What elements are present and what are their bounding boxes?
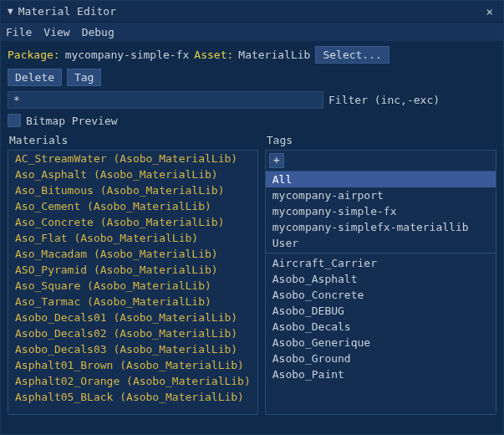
material-item[interactable]: Aso_Flat (Asobo_MaterialLib): [8, 230, 257, 246]
material-item[interactable]: Asphalt02_Orange (Asobo_MaterialLib): [8, 373, 257, 389]
filter-input[interactable]: [8, 91, 323, 109]
tag-item[interactable]: mycompany-airport: [266, 187, 496, 203]
tag-item[interactable]: Aircraft_Carrier: [266, 255, 496, 271]
tag-item[interactable]: Asobo_DEBUG: [266, 303, 496, 319]
package-row: Package: mycompany-simple-fx Asset: Mate…: [1, 41, 503, 69]
material-item[interactable]: Aso_Tarmac (Asobo_MaterialLib): [8, 294, 257, 310]
asset-value: MaterialLib: [238, 49, 310, 61]
window-title: Material Editor: [18, 5, 483, 18]
material-item[interactable]: Aso_Asphalt (Asobo_MaterialLib): [8, 166, 257, 182]
material-item[interactable]: Aso_Concrete (Asobo_MaterialLib): [8, 214, 257, 230]
package-label: Package:: [8, 49, 60, 61]
material-item[interactable]: Asobo_Decals01 (Asobo_MaterialLib): [8, 310, 257, 325]
tag-item[interactable]: Asobo_Decals: [266, 319, 496, 335]
tag-item[interactable]: mycompany-simplefx-materiallib: [266, 219, 496, 235]
filter-label: Filter (inc,-exc): [328, 94, 440, 106]
tag-button[interactable]: Tag: [67, 69, 101, 86]
bitmap-row: Bitmap Preview: [1, 114, 503, 132]
bitmap-preview-checkbox[interactable]: [8, 114, 21, 127]
materials-list[interactable]: AC_StreamWater (Asobo_MaterialLib)Aso_As…: [8, 150, 258, 415]
material-item[interactable]: Aso_Cement (Asobo_MaterialLib): [8, 198, 257, 214]
asset-label: Asset:: [194, 49, 233, 61]
tags-list[interactable]: Allmycompany-airportmycompany-simple-fxm…: [265, 171, 496, 415]
material-item[interactable]: AC_StreamWater (Asobo_MaterialLib): [8, 151, 257, 166]
tag-divider: [266, 253, 496, 253]
tag-item[interactable]: Asobo_Asphalt: [266, 271, 496, 287]
actions-row: Delete Tag: [1, 69, 503, 91]
select-button[interactable]: Select...: [315, 46, 389, 64]
material-item[interactable]: Aso_Macadam (Asobo_MaterialLib): [8, 246, 257, 262]
material-item[interactable]: Asobo_Decals02 (Asobo_MaterialLib): [8, 325, 257, 341]
delete-button[interactable]: Delete: [8, 69, 62, 86]
menu-file[interactable]: File: [6, 26, 32, 38]
bitmap-preview-label: Bitmap Preview: [26, 115, 118, 127]
tag-item[interactable]: Asobo_Ground: [266, 351, 496, 366]
tags-panel: Tags + Allmycompany-airportmycompany-sim…: [265, 132, 496, 415]
add-tag-button[interactable]: +: [269, 153, 284, 168]
tag-item[interactable]: Asobo_Paint: [266, 366, 496, 382]
titlebar[interactable]: ▼ Material Editor ×: [1, 1, 503, 23]
menu-debug[interactable]: Debug: [82, 26, 115, 38]
collapse-triangle-icon[interactable]: ▼: [8, 6, 13, 17]
tag-item[interactable]: Asobo_Generique: [266, 335, 496, 351]
package-value: mycompany-simple-fx: [65, 49, 190, 61]
material-item[interactable]: Aso_Square (Asobo_MaterialLib): [8, 278, 257, 294]
menu-view[interactable]: View: [43, 26, 69, 38]
tag-item[interactable]: User: [266, 235, 496, 251]
menubar: File View Debug: [1, 23, 503, 41]
material-item[interactable]: Aso_Bitumous (Asobo_MaterialLib): [8, 182, 257, 198]
materials-header: Materials: [8, 132, 258, 150]
tags-toolbar: +: [265, 150, 496, 171]
material-item[interactable]: Asphalt01_Brown (Asobo_MaterialLib): [8, 357, 257, 373]
tags-header: Tags: [265, 132, 496, 150]
tag-item[interactable]: Asobo_Concrete: [266, 287, 496, 303]
material-item[interactable]: ASO_Pyramid (Asobo_MaterialLib): [8, 262, 257, 278]
material-item[interactable]: Asphalt05_BLack (Asobo_MaterialLib): [8, 389, 257, 405]
materials-panel: Materials AC_StreamWater (Asobo_Material…: [8, 132, 258, 415]
filter-row: Filter (inc,-exc): [1, 91, 503, 114]
tag-item[interactable]: All: [266, 171, 496, 187]
close-icon[interactable]: ×: [483, 5, 496, 18]
material-item[interactable]: Asobo_Decals03 (Asobo_MaterialLib): [8, 341, 257, 357]
tag-item[interactable]: mycompany-simple-fx: [266, 203, 496, 219]
